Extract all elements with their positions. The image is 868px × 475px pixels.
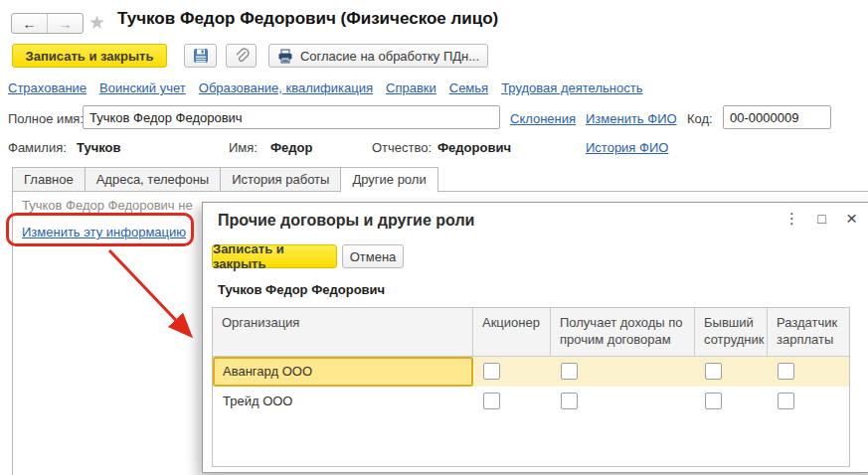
- consent-print-button[interactable]: Согласие на обработку ПДн...: [268, 44, 488, 68]
- printer-icon: [277, 49, 293, 64]
- paperclip-icon: [234, 48, 250, 64]
- floppy-icon: [193, 48, 209, 64]
- full-name-input[interactable]: [83, 105, 500, 129]
- dialog-window-controls: ⋮ □ ×: [783, 210, 860, 228]
- page-title: Тучков Федор Федорович (Физическое лицо): [117, 9, 498, 29]
- consent-print-label: Согласие на обработку ПДн...: [300, 49, 479, 64]
- edit-roles-link[interactable]: Изменить эту информацию: [22, 225, 186, 239]
- patronymic-label: Отчество:: [372, 140, 432, 155]
- back-button[interactable]: ←: [12, 14, 47, 33]
- link-labor-activity[interactable]: Трудовая деятельность: [501, 80, 642, 95]
- save-button[interactable]: [184, 44, 217, 68]
- tab-bar: Главное Адреса, телефоны История работы …: [12, 167, 438, 193]
- code-input[interactable]: [723, 105, 831, 129]
- tab-addresses[interactable]: Адреса, телефоны: [85, 167, 222, 193]
- forward-button[interactable]: →: [47, 14, 83, 33]
- organization-cell[interactable]: Авангард ООО: [213, 357, 473, 387]
- checkbox-payroll-distributor[interactable]: [778, 363, 794, 380]
- checkbox-other-income[interactable]: [561, 393, 578, 409]
- link-certificates[interactable]: Справки: [386, 80, 436, 95]
- link-education[interactable]: Образование, квалификация: [199, 80, 373, 95]
- checkbox-payroll-distributor[interactable]: [778, 393, 794, 409]
- link-family[interactable]: Семья: [449, 80, 488, 95]
- checkbox-former-employee[interactable]: [705, 393, 722, 409]
- section-links: Страхование Воинский учет Образование, к…: [8, 80, 642, 95]
- tab-work-history[interactable]: История работы: [220, 167, 341, 193]
- dialog-close-icon[interactable]: ×: [843, 210, 860, 228]
- name-value: Федор: [270, 140, 312, 155]
- tab-main[interactable]: Главное: [12, 167, 86, 193]
- attachments-button[interactable]: [226, 44, 257, 68]
- organization-cell[interactable]: Трейд ООО: [213, 387, 473, 416]
- roles-info-text: Тучков Федор Федорович не: [22, 198, 193, 213]
- other-roles-dialog: Прочие договоры и другие роли ⋮ □ × Запи…: [202, 202, 868, 473]
- checkbox-former-employee[interactable]: [705, 363, 722, 380]
- table-row-treyd[interactable]: Трейд ООО: [213, 387, 849, 416]
- link-military[interactable]: Воинский учет: [99, 80, 186, 95]
- dialog-menu-icon[interactable]: ⋮: [783, 210, 800, 228]
- roles-table-header: Организация Акционер Получает доходы по …: [213, 308, 849, 357]
- save-and-close-button[interactable]: Записать и закрыть: [12, 44, 167, 68]
- surname-label: Фамилия:: [8, 140, 67, 155]
- change-fio-link[interactable]: Изменить ФИО: [586, 111, 677, 126]
- column-other-income: Получает доходы по прочим договорам: [551, 308, 695, 356]
- dialog-maximize-icon[interactable]: □: [813, 210, 830, 228]
- link-insurance[interactable]: Страхование: [8, 80, 87, 95]
- forward-icon: →: [59, 16, 73, 32]
- patronymic-value: Федорович: [437, 140, 511, 155]
- full-name-label: Полное имя:: [8, 111, 84, 126]
- table-row-avangard[interactable]: Авангард ООО: [213, 357, 849, 387]
- fio-history-link[interactable]: История ФИО: [586, 140, 668, 155]
- column-former-employee: Бывший сотрудник: [695, 308, 768, 356]
- checkbox-shareholder[interactable]: [483, 393, 500, 409]
- dialog-cancel-button[interactable]: Отмена: [342, 244, 404, 268]
- app-window: ← → ★ Тучков Федор Федорович (Физическое…: [0, 0, 868, 475]
- surname-value: Тучков: [77, 140, 121, 155]
- history-nav: ← →: [11, 13, 84, 34]
- name-label: Имя:: [229, 140, 258, 155]
- dialog-save-and-close-button[interactable]: Записать и закрыть: [212, 244, 337, 268]
- column-shareholder: Акционер: [473, 308, 551, 356]
- checkbox-other-income[interactable]: [561, 363, 578, 380]
- checkbox-shareholder[interactable]: [483, 363, 500, 380]
- back-icon: ←: [23, 16, 37, 32]
- column-organization: Организация: [213, 308, 473, 356]
- dialog-person-name: Тучков Федор Федорович: [218, 282, 385, 297]
- column-payroll-distributor: Раздатчик зарплаты: [768, 308, 849, 356]
- roles-table: Организация Акционер Получает доходы по …: [212, 307, 850, 467]
- declensions-link[interactable]: Склонения: [510, 111, 576, 126]
- code-label: Код:: [687, 111, 713, 126]
- favorite-star-icon[interactable]: ★: [88, 11, 105, 34]
- dialog-title: Прочие договоры и другие роли: [218, 212, 474, 230]
- tab-other-roles[interactable]: Другие роли: [340, 167, 437, 193]
